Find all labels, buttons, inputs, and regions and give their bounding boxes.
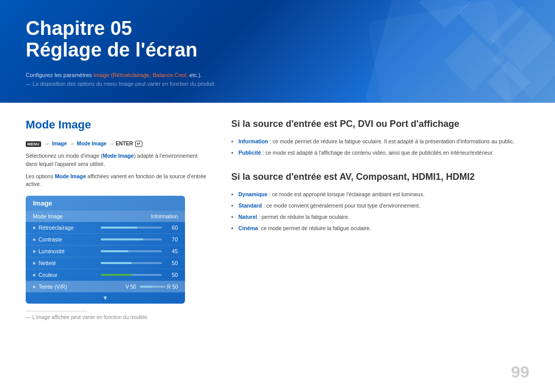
arrow3: → ENTER: [109, 141, 133, 146]
row-label: Contraste: [39, 236, 98, 242]
row-bar: [101, 250, 162, 252]
term-information: Information: [238, 138, 268, 144]
row-value: 60: [165, 225, 178, 231]
bar-fill: [101, 262, 132, 264]
tv-active-row: Mode Image Information: [26, 211, 185, 222]
row-dot: [33, 227, 35, 229]
bullet-information: Information : ce mode permet de réduire …: [231, 136, 529, 147]
tv-row-nettete: Netteté 50: [26, 257, 185, 269]
row-bar: [101, 227, 162, 229]
left-column: Mode Image MENU → Image → Mode Image → E…: [26, 118, 211, 382]
row-bar: [101, 238, 162, 240]
row-dot: [33, 250, 35, 253]
arrow2: →: [69, 141, 76, 146]
menu-item-image: Image: [52, 141, 67, 146]
footnote-text: — L'image affichée peut varier en foncti…: [26, 314, 211, 320]
bar-fill: [101, 227, 137, 229]
teinte-fill: [140, 286, 153, 288]
tv-scroll-arrow: ▼: [26, 292, 185, 304]
row-value: 70: [165, 236, 178, 242]
right-section-2: Si la source d'entrée est AV, Composant,…: [231, 171, 529, 234]
desc-text-etc: etc.).: [188, 72, 202, 78]
tv-header: Image: [26, 196, 185, 211]
diamond-decoration: [339, 0, 555, 103]
section2-title: Si la source d'entrée est AV, Composant,…: [231, 171, 529, 183]
header-title-block: Chapitre 05 Réglage de l'écran: [26, 18, 197, 61]
tv-row-contraste: Contraste 70: [26, 234, 185, 246]
desc2-pre: Les options: [26, 173, 55, 179]
row-label: Couleur: [39, 272, 98, 278]
row-dot: [33, 286, 35, 288]
tv-row-teinte: Teinte (V/R) V 50 R 50: [26, 281, 185, 292]
menu-icon: MENU: [26, 141, 41, 147]
teinte-label: Teinte (V/R): [39, 284, 125, 290]
mode-image-title: Mode Image: [26, 118, 211, 132]
term-publicite-desc: : ce mode est adapté à l'affichage de co…: [261, 150, 494, 156]
row-bar: [101, 274, 162, 276]
right-column: Si la source d'entrée est PC, DVI ou Por…: [231, 118, 529, 382]
arrow1: →: [44, 141, 51, 146]
desc-link: Image (Rétroéclairage, Balance Cool,: [94, 72, 188, 78]
term-cinema-desc: : ce mode permet de réduire la fatigue o…: [258, 225, 371, 231]
section1-bullet-list: Information : ce mode permet de réduire …: [231, 136, 529, 159]
row-bar: [101, 262, 162, 264]
term-naturel: Naturel: [238, 214, 257, 220]
row-label: Luminosité: [39, 248, 98, 254]
header-note: — La disposition des options du menu Ima…: [26, 80, 215, 88]
tv-active-value: Information: [151, 213, 178, 219]
bullet-cinema: Cinéma: ce mode permet de réduire la fat…: [231, 223, 529, 234]
desc1-pre: Sélectionnez un mode d'image (: [26, 153, 103, 159]
desc-text-2: Les options Mode Image affichées varient…: [26, 173, 211, 189]
row-value: 50: [165, 272, 178, 278]
desc-text-1: Sélectionnez un mode d'image (Mode Image…: [26, 152, 211, 169]
bullet-dynamique: Dynamique : ce mode est approprié lorsqu…: [231, 189, 529, 200]
header-banner: Chapitre 05 Réglage de l'écran Configure…: [0, 0, 555, 103]
term-standard-desc: : ce mode convient généralement pour tou…: [262, 202, 420, 209]
row-dot: [33, 274, 35, 276]
right-section-1: Si la source d'entrée est PC, DVI ou Por…: [231, 118, 529, 159]
bullet-publicite: Publicité : ce mode est adapté à l'affic…: [231, 147, 529, 159]
desc2-bold: Mode Image: [55, 173, 86, 179]
teinte-r-val: R 50: [167, 284, 178, 290]
footnote-line: [26, 311, 87, 311]
row-dot: [33, 262, 35, 265]
tv-row-luminosite: Luminosité 45: [26, 246, 185, 257]
content-area: Mode Image MENU → Image → Mode Image → E…: [0, 103, 555, 392]
tv-screen-mockup: Image Mode Image Information Rétroéclair…: [26, 196, 185, 304]
section2-bullet-list: Dynamique : ce mode est approprié lorsqu…: [231, 189, 529, 234]
row-value: 50: [165, 260, 178, 266]
bar-fill: [101, 238, 143, 240]
tv-row-couleur: Couleur 50: [26, 269, 185, 281]
desc-text-pre: Configurez les paramètres: [26, 72, 94, 78]
term-dynamique: Dynamique: [238, 191, 268, 197]
menu-path: MENU → Image → Mode Image → ENTER↵: [26, 141, 211, 147]
chapter-subtitle: Réglage de l'écran: [26, 40, 197, 61]
row-value: 45: [165, 248, 178, 254]
bullet-standard: Standard : ce mode convient généralement…: [231, 200, 529, 212]
tv-active-label: Mode Image: [33, 213, 63, 219]
term-cinema: Cinéma: [238, 225, 258, 231]
section1-title: Si la source d'entrée est PC, DVI ou Por…: [231, 118, 529, 130]
term-naturel-desc: : permet de réduire la fatigue oculaire.: [257, 214, 349, 220]
bar-fill: [101, 274, 132, 276]
page-number: 99: [511, 363, 529, 382]
enter-icon: ↵: [135, 141, 142, 147]
bar-fill: [101, 250, 128, 252]
term-information-desc: : ce mode permet de réduire la fatigue o…: [268, 138, 514, 144]
menu-item-mode: Mode Image: [77, 141, 107, 146]
row-label: Netteté: [39, 260, 98, 266]
row-dot: [33, 238, 35, 241]
desc1-bold: Mode Image: [103, 153, 134, 159]
chapter-label: Chapitre 05: [26, 18, 197, 40]
tv-row-retroeclairage: Rétroéclairage 60: [26, 222, 185, 234]
term-publicite: Publicité: [238, 150, 261, 156]
term-dynamique-desc: : ce mode est approprié lorsque l'éclair…: [268, 191, 425, 197]
row-label: Rétroéclairage: [39, 225, 98, 231]
header-description: Configurez les paramètres Image (Rétroéc…: [26, 71, 215, 88]
term-standard: Standard: [238, 202, 262, 209]
header-desc-line1: Configurez les paramètres Image (Rétroéc…: [26, 71, 215, 80]
teinte-bar: [140, 286, 165, 288]
teinte-v-val: V 50: [125, 284, 136, 290]
bullet-naturel: Naturel : permet de réduire la fatigue o…: [231, 212, 529, 223]
